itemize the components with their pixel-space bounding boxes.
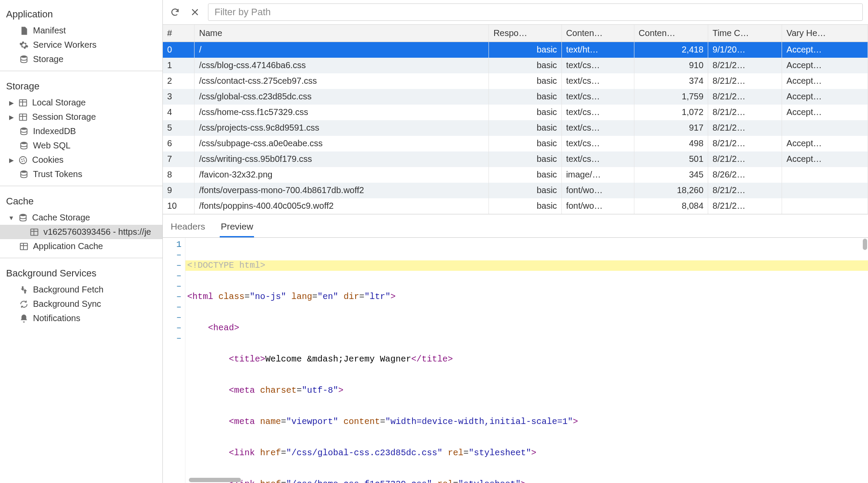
cell-tcache: 8/21/2… [708,105,782,120]
sidebar-item-indexeddb[interactable]: IndexedDB [0,124,162,138]
col-vary-header[interactable]: Vary He… [782,25,868,42]
toolbar [163,0,868,25]
cell-resp: basic [489,151,561,167]
table-row[interactable]: 0/basictext/ht…2,4189/1/20…Accept… [163,42,868,58]
cell-tcache: 8/26/2… [708,167,782,183]
cell-name: /favicon-32x32.png [195,167,489,183]
table-icon [18,98,28,108]
cell-ctype: text/cs… [561,120,634,136]
gutter-line[interactable]: – [165,271,182,281]
col-content-type[interactable]: Conten… [561,25,634,42]
horizontal-scrollbar[interactable] [189,478,241,482]
cell-clen: 8,084 [634,198,708,214]
sidebar-item-session-storage[interactable]: ▶ Session Storage [0,110,162,124]
sidebar-item-websql[interactable]: Web SQL [0,138,162,153]
table-row[interactable]: 3/css/global-css.c23d85dc.cssbasictext/c… [163,89,868,105]
filter-input[interactable] [208,3,863,21]
gutter-line[interactable]: – [165,302,182,312]
gutter-line[interactable]: – [165,292,182,302]
table-row[interactable]: 10/fonts/poppins-400.40c005c9.woff2basic… [163,198,868,214]
table-icon [19,242,29,251]
table-row[interactable]: 8/favicon-32x32.pngbasicimage/…3458/26/2… [163,167,868,183]
tab-preview[interactable]: Preview [220,218,254,237]
sidebar-item-cache-entry[interactable]: v1625760393456 - https://je [0,225,162,239]
cell-idx: 4 [163,105,195,120]
refresh-button[interactable] [168,5,182,19]
cell-vary: Accept… [782,151,868,167]
cell-resp: basic [489,42,561,58]
gutter-line[interactable]: – [165,333,182,344]
cell-ctype: image/… [561,167,634,183]
chevron-down-icon: ▼ [9,214,14,221]
col-response[interactable]: Respo… [489,25,561,42]
sidebar-item-label: Web SQL [33,141,70,151]
sidebar-item-application-cache[interactable]: Application Cache [0,239,162,253]
gutter-line[interactable]: – [165,312,182,323]
cookie-icon [18,155,28,165]
sidebar-item-storage[interactable]: Storage [0,52,162,66]
cell-idx: 5 [163,120,195,136]
cell-tcache: 8/21/2… [708,89,782,105]
database-icon [19,141,29,151]
sidebar-item-cache-storage[interactable]: ▼ Cache Storage [0,210,162,225]
col-content-len[interactable]: Conten… [634,25,708,42]
gutter-line[interactable]: 1 [165,240,182,250]
sidebar-item-manifest[interactable]: Manifest [0,23,162,38]
svg-point-0 [21,55,27,57]
cell-vary: Accept… [782,105,868,120]
vertical-scrollbar[interactable] [863,239,867,250]
table-header-row: # Name Respo… Conten… Conten… Time C… Va… [163,25,868,42]
clear-button[interactable] [188,5,202,19]
cell-clen: 498 [634,136,708,151]
gutter-line[interactable]: – [165,323,182,333]
cell-vary [782,120,868,136]
cell-idx: 6 [163,136,195,151]
cell-clen: 1,072 [634,105,708,120]
table-row[interactable]: 2/css/contact-css.275ceb97.cssbasictext/… [163,73,868,89]
cell-resp: basic [489,136,561,151]
cell-clen: 2,418 [634,42,708,58]
sidebar-item-trust-tokens[interactable]: Trust Tokens [0,167,162,181]
sidebar-item-background-fetch[interactable]: Background Fetch [0,283,162,297]
sync-icon [19,299,29,309]
tab-headers[interactable]: Headers [170,218,206,237]
gutter-line[interactable]: – [165,281,182,292]
chevron-right-icon: ▶ [9,157,14,164]
cell-tcache: 8/21/2… [708,183,782,198]
sidebar-item-label: Trust Tokens [33,169,82,179]
sidebar-item-label: Storage [33,54,63,64]
gutter-line[interactable]: – [165,250,182,260]
cell-idx: 9 [163,183,195,198]
sidebar-item-service-workers[interactable]: Service Workers [0,38,162,52]
cell-name: /css/subpage-css.a0e0eabe.css [195,136,489,151]
table-row[interactable]: 1/css/blog-css.47146ba6.cssbasictext/cs…… [163,58,868,73]
svg-point-7 [23,158,24,159]
col-name[interactable]: Name [195,25,489,42]
svg-point-4 [21,141,27,144]
sidebar-item-background-sync[interactable]: Background Sync [0,297,162,311]
cell-resp: basic [489,89,561,105]
table-row[interactable]: 6/css/subpage-css.a0e0eabe.cssbasictext/… [163,136,868,151]
svg-point-6 [21,158,23,160]
cell-ctype: text/cs… [561,73,634,89]
cell-idx: 7 [163,151,195,167]
gear-icon [19,40,29,50]
col-time-cached[interactable]: Time C… [708,25,782,42]
cell-vary: Accept… [782,58,868,73]
sidebar-item-notifications[interactable]: Notifications [0,311,162,325]
gutter-line[interactable]: – [165,260,182,271]
sidebar-item-label: Application Cache [33,241,103,251]
sidebar-item-local-storage[interactable]: ▶ Local Storage [0,95,162,110]
sidebar-item-cookies[interactable]: ▶ Cookies [0,153,162,167]
cache-table: # Name Respo… Conten… Conten… Time C… Va… [163,25,868,214]
table-row[interactable]: 4/css/home-css.f1c57329.cssbasictext/cs…… [163,105,868,120]
table-row[interactable]: 7/css/writing-css.95b0f179.cssbasictext/… [163,151,868,167]
cell-vary: Accept… [782,73,868,89]
svg-point-11 [20,214,26,216]
col-index[interactable]: # [163,25,195,42]
cell-resp: basic [489,120,561,136]
table-row[interactable]: 5/css/projects-css.9c8d9591.cssbasictext… [163,120,868,136]
sidebar-item-label: Background Sync [33,299,101,309]
table-row[interactable]: 9/fonts/overpass-mono-700.4b8617db.woff2… [163,183,868,198]
cell-name: /fonts/overpass-mono-700.4b8617db.woff2 [195,183,489,198]
